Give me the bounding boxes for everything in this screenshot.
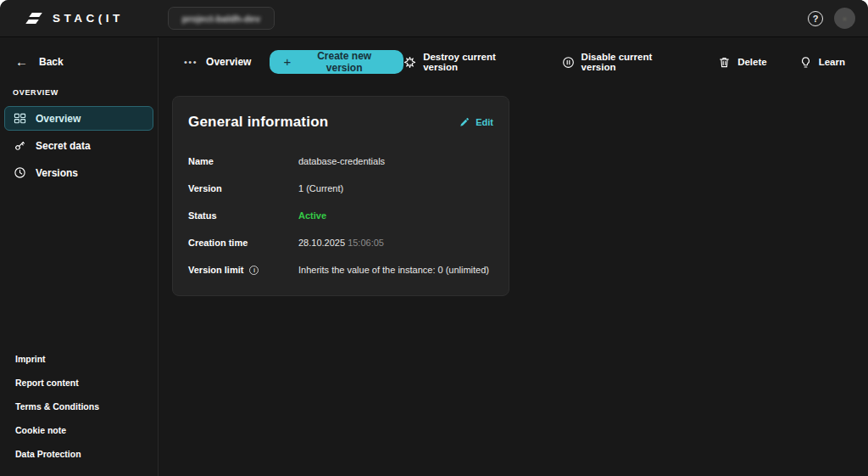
action-label: Destroy current version xyxy=(423,52,529,72)
footer-link-report-content[interactable]: Report content xyxy=(0,371,158,395)
footer-link-cookie-note[interactable]: Cookie note xyxy=(0,418,158,442)
row-name: Name database-credentials xyxy=(188,148,493,175)
learn-button[interactable]: Learn xyxy=(799,56,845,69)
row-status: Status Active xyxy=(188,202,493,229)
stackit-logo-icon xyxy=(25,11,42,26)
sidebar-item-label: Secret data xyxy=(36,140,91,152)
sidebar-section-label: OVERVIEW xyxy=(0,69,158,106)
back-button[interactable]: ← Back xyxy=(0,37,158,69)
create-new-version-button[interactable]: + Create new version xyxy=(270,50,403,74)
row-label: Version limit i xyxy=(188,265,298,275)
row-version: Version 1 (Current) xyxy=(188,175,493,202)
sidebar: ← Back OVERVIEW Overview Secre xyxy=(0,37,159,476)
key-icon xyxy=(14,139,26,152)
action-label: Disable current version xyxy=(581,52,687,72)
dashboard-icon xyxy=(14,112,26,125)
sidebar-item-overview[interactable]: Overview xyxy=(4,106,153,131)
sidebar-item-label: Versions xyxy=(36,167,78,179)
top-bar: STAC(IT project-baldh-dev ? - xyxy=(0,0,868,37)
create-button-label: Create new version xyxy=(298,50,390,74)
topbar-right: ? - xyxy=(808,8,855,29)
row-version-limit: Version limit i Inherits the value of th… xyxy=(188,256,493,283)
sidebar-item-label: Overview xyxy=(36,113,81,125)
card-header: General information Edit xyxy=(188,110,493,134)
arrow-left-icon: ← xyxy=(15,54,28,69)
row-label: Creation time xyxy=(188,238,298,248)
card-rows: Name database-credentials Version 1 (Cur… xyxy=(188,148,493,283)
edit-button[interactable]: Edit xyxy=(459,117,493,127)
project-selector-chip[interactable]: project-baldh-dev xyxy=(168,7,275,30)
row-label: Status xyxy=(188,210,298,221)
row-creation-time: Creation time 28.10.2025 15:06:05 xyxy=(188,229,493,256)
breadcrumb[interactable]: ••• Overview xyxy=(184,56,251,68)
avatar[interactable]: - xyxy=(834,8,855,29)
row-label: Version xyxy=(188,183,298,193)
delete-button[interactable]: Delete xyxy=(718,56,767,69)
history-clock-icon xyxy=(14,166,26,179)
creation-date: 28.10.2025 xyxy=(298,238,345,248)
general-information-card: General information Edit Name database-c… xyxy=(172,96,509,296)
pause-circle-icon xyxy=(562,56,575,69)
sidebar-item-secret-data[interactable]: Secret data xyxy=(4,133,153,158)
help-icon[interactable]: ? xyxy=(808,11,823,26)
footer-link-terms[interactable]: Terms & Conditions xyxy=(0,395,158,418)
info-icon[interactable]: i xyxy=(249,266,259,275)
sidebar-footer: Imprint Report content Terms & Condition… xyxy=(0,347,158,466)
ellipsis-icon[interactable]: ••• xyxy=(184,57,198,67)
action-label: Delete xyxy=(737,57,767,67)
plus-icon: + xyxy=(283,55,291,68)
sidebar-item-versions[interactable]: Versions xyxy=(4,160,153,185)
card-title: General information xyxy=(188,114,328,131)
disable-current-version-button[interactable]: Disable current version xyxy=(562,52,687,72)
footer-link-imprint[interactable]: Imprint xyxy=(0,347,158,371)
project-name: project-baldh-dev xyxy=(182,14,260,24)
edit-label: Edit xyxy=(476,117,493,127)
row-value: database-credentials xyxy=(298,156,385,166)
lightbulb-icon xyxy=(799,56,812,69)
help-glyph: ? xyxy=(813,14,819,24)
row-value: 1 (Current) xyxy=(298,183,343,193)
burst-icon xyxy=(403,56,416,69)
breadcrumb-label: Overview xyxy=(206,56,251,68)
pencil-icon xyxy=(459,117,470,127)
action-label: Learn xyxy=(819,57,845,67)
trash-icon xyxy=(718,56,731,69)
row-value: Inherits the value of the instance: 0 (u… xyxy=(298,265,489,275)
row-label: Name xyxy=(188,156,298,166)
brand-text: STAC(IT xyxy=(53,12,124,25)
action-buttons: Destroy current version Disable current … xyxy=(403,52,845,72)
back-label: Back xyxy=(39,56,64,68)
page-toolbar: ••• Overview + Create new version Destro… xyxy=(159,37,868,87)
app-window: STAC(IT project-baldh-dev ? - ← Back OVE… xyxy=(0,0,868,476)
creation-time: 15:06:05 xyxy=(348,238,384,248)
avatar-text: - xyxy=(843,14,846,23)
brand: STAC(IT xyxy=(25,11,124,26)
row-label-text: Version limit xyxy=(188,265,243,275)
destroy-current-version-button[interactable]: Destroy current version xyxy=(403,52,529,72)
row-value: 28.10.2025 15:06:05 xyxy=(298,238,384,248)
footer-link-data-protection[interactable]: Data Protection xyxy=(0,442,158,466)
status-badge: Active xyxy=(298,210,326,221)
